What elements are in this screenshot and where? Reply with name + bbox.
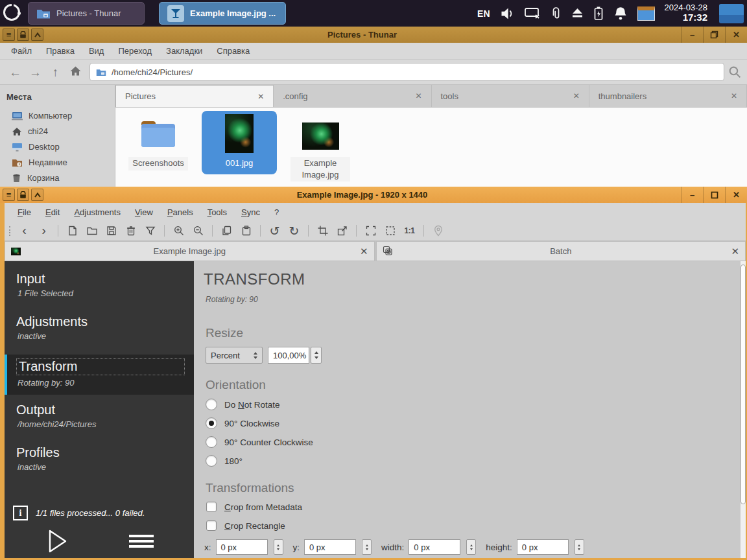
- copy-icon[interactable]: [220, 224, 233, 238]
- width-spinner[interactable]: [466, 539, 476, 555]
- editor-titlebar[interactable]: ≡ Example Image.jpg - 1920 x 1440 – ✕: [0, 187, 747, 203]
- crop-icon[interactable]: [316, 224, 329, 238]
- scrollbar-thumb[interactable]: [741, 264, 746, 504]
- minimize-button[interactable]: –: [681, 187, 703, 203]
- redo-icon[interactable]: ↻: [287, 224, 301, 238]
- close-button[interactable]: ✕: [725, 27, 747, 43]
- checkbox-crop-rectangle[interactable]: Crop Rectangle: [206, 520, 733, 531]
- file-item-example[interactable]: Example Image.jpg: [283, 111, 358, 181]
- open-folder-icon[interactable]: [85, 224, 99, 238]
- new-file-icon[interactable]: [65, 224, 79, 238]
- keyboard-indicator-icon[interactable]: [525, 8, 540, 19]
- place-desktop[interactable]: Desktop: [0, 139, 115, 155]
- forward-icon[interactable]: ›: [37, 224, 51, 238]
- menu-tools[interactable]: Tools: [200, 207, 234, 217]
- notification-bell-icon[interactable]: [613, 6, 628, 20]
- menu-file[interactable]: Файл: [4, 46, 39, 56]
- taskbar-item-thunar[interactable]: Pictures - Thunar: [28, 2, 145, 25]
- resize-icon[interactable]: [335, 224, 349, 238]
- window-menu-icon[interactable]: ≡: [3, 29, 15, 41]
- thunar-titlebar[interactable]: ≡ Pictures - Thunar – ✕: [0, 27, 747, 43]
- tab-close-icon[interactable]: ✕: [257, 92, 264, 101]
- battery-icon[interactable]: [593, 6, 604, 20]
- tab-close-icon[interactable]: ✕: [415, 91, 421, 100]
- file-item-001[interactable]: 001.jpg: [202, 111, 277, 174]
- place-computer[interactable]: Компьютер: [0, 108, 115, 124]
- x-spinner[interactable]: [274, 539, 283, 555]
- minimize-button[interactable]: –: [681, 27, 703, 43]
- lock-icon[interactable]: [17, 29, 29, 41]
- checkbox-crop-from-metadata[interactable]: Crop from Metadata: [206, 502, 733, 512]
- tab-config[interactable]: .config ✕: [274, 85, 431, 107]
- menu-go[interactable]: Переход: [111, 46, 159, 56]
- sidebar-item-output[interactable]: Output /home/chi24/Pictures: [5, 400, 194, 434]
- menu-sync[interactable]: Sync: [234, 207, 267, 217]
- place-home[interactable]: chi24: [0, 124, 115, 139]
- tab-close-icon[interactable]: ✕: [731, 91, 737, 100]
- play-button[interactable]: [47, 529, 68, 554]
- y-input[interactable]: 0 px: [304, 539, 356, 555]
- zoom-in-icon[interactable]: [172, 224, 185, 238]
- window-preview-icon[interactable]: [637, 6, 655, 21]
- lock-icon[interactable]: [17, 189, 29, 201]
- up-icon[interactable]: ↑: [45, 66, 65, 78]
- tab-close-icon[interactable]: ✕: [573, 91, 580, 100]
- sidebar-item-input[interactable]: Input 1 File Selected: [5, 269, 194, 303]
- height-input[interactable]: 0 px: [517, 539, 569, 555]
- menu-adjustments[interactable]: Adjustments: [67, 207, 128, 217]
- forward-icon[interactable]: →: [25, 66, 45, 78]
- keyboard-layout-indicator[interactable]: EN: [477, 8, 490, 19]
- menu-panels[interactable]: Panels: [160, 207, 200, 217]
- path-bar[interactable]: /home/chi24/Pictures/: [89, 63, 724, 81]
- maximize-button[interactable]: [703, 187, 725, 203]
- menu-bookmarks[interactable]: Закладки: [159, 46, 209, 56]
- clock[interactable]: 2024-03-28 17:32: [665, 3, 708, 23]
- home-icon[interactable]: [65, 65, 86, 78]
- file-item-screenshoots[interactable]: Screenshoots: [121, 111, 196, 170]
- scrollbar[interactable]: [741, 261, 746, 558]
- workspace-switcher[interactable]: [719, 4, 744, 23]
- window-menu-icon[interactable]: ≡: [3, 189, 15, 201]
- app-menu-icon[interactable]: [2, 3, 24, 25]
- radio-180[interactable]: 180°: [206, 455, 733, 467]
- paste-icon[interactable]: [239, 224, 253, 238]
- sidebar-item-adjustments[interactable]: Adjustments inactive: [5, 312, 194, 345]
- y-spinner[interactable]: [362, 539, 372, 555]
- filter-icon[interactable]: [143, 224, 157, 238]
- resize-value-input[interactable]: 100,00%: [268, 347, 309, 364]
- back-icon[interactable]: ‹: [18, 224, 31, 238]
- height-spinner[interactable]: [575, 539, 584, 555]
- width-input[interactable]: 0 px: [409, 539, 460, 555]
- menu-help[interactable]: ?: [267, 207, 286, 217]
- menu-view[interactable]: View: [128, 207, 160, 217]
- clipboard-paperclip-icon[interactable]: [550, 7, 562, 20]
- radio-90-clockwise[interactable]: 90° Clockwise: [206, 417, 733, 429]
- tab-close-icon[interactable]: ✕: [360, 246, 368, 257]
- selection-rect-icon[interactable]: [383, 224, 397, 238]
- tab-tools[interactable]: tools ✕: [432, 85, 589, 107]
- geotag-icon[interactable]: [431, 224, 445, 238]
- tab-document[interactable]: Example Image.jpg ✕: [5, 241, 375, 261]
- fit-screen-icon[interactable]: [364, 224, 377, 238]
- menu-button[interactable]: [129, 532, 154, 550]
- tab-pictures[interactable]: Pictures ✕: [115, 85, 274, 107]
- sidebar-item-profiles[interactable]: Profiles inactive: [5, 443, 194, 476]
- shade-icon[interactable]: [31, 29, 43, 41]
- eject-icon[interactable]: [571, 8, 584, 19]
- place-trash[interactable]: Корзина: [0, 170, 115, 186]
- delete-icon[interactable]: [124, 224, 137, 238]
- sidebar-item-transform[interactable]: Transform Rotating by: 90: [5, 355, 194, 395]
- tab-close-icon[interactable]: ✕: [731, 246, 739, 257]
- menu-edit[interactable]: Правка: [39, 46, 82, 56]
- close-button[interactable]: ✕: [725, 187, 747, 203]
- restore-button[interactable]: [703, 27, 725, 43]
- volume-icon[interactable]: [500, 8, 515, 19]
- resize-unit-select[interactable]: Percent: [206, 347, 263, 364]
- menu-edit[interactable]: Edit: [38, 207, 67, 217]
- radio-do-not-rotate[interactable]: Do Not Rotate: [206, 399, 733, 410]
- save-icon[interactable]: [104, 224, 118, 238]
- radio-90-counter-clockwise[interactable]: 90° Counter Clockwise: [206, 436, 733, 448]
- place-recent[interactable]: Недавние: [0, 155, 115, 170]
- menu-file[interactable]: File: [10, 207, 38, 217]
- toolbar-grip[interactable]: [9, 226, 12, 236]
